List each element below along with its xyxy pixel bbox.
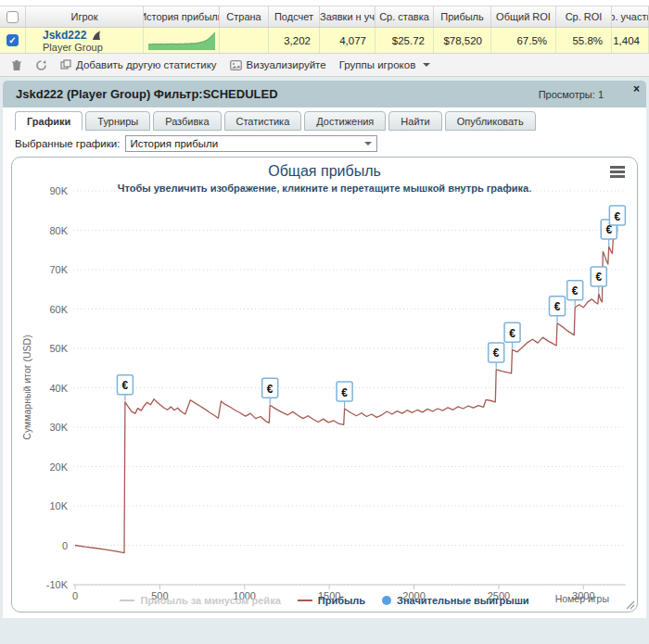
svg-text:80K: 80K (49, 225, 68, 236)
row-checkbox-cell[interactable]: ✓ (0, 28, 26, 53)
svg-text:10K: 10K (49, 500, 68, 511)
col-entries[interactable]: Заявки н уч (320, 6, 375, 27)
table-header-row: Игрок История прибыли Страна Подсчет Зая… (0, 6, 649, 28)
profit-cell: $78,520 (434, 28, 491, 53)
add-stat-button[interactable]: Добавить другую статистику (60, 59, 217, 70)
chevron-down-icon (423, 63, 430, 67)
row-checkbox[interactable]: ✓ (6, 34, 19, 46)
avg-stake-cell: $25.72 (375, 28, 434, 53)
count-cell: 3,202 (269, 28, 320, 53)
stats-table: Игрок История прибыли Страна Подсчет Зая… (0, 6, 649, 54)
chevron-down-icon (364, 142, 372, 145)
svg-text:€: € (572, 284, 579, 297)
player-panel: Jskd222 (Player Group) Фильтр:SCHEDULED … (3, 81, 646, 618)
svg-text:0: 0 (62, 540, 68, 551)
country-cell (220, 28, 269, 53)
svg-text:€: € (122, 379, 129, 392)
graph-selector-row: Выбранные графики: История прибыли (3, 131, 646, 157)
total-roi-cell: 67.5% (491, 28, 556, 53)
svg-text:70K: 70K (49, 264, 68, 275)
legend-profit[interactable]: Прибыль (298, 595, 365, 606)
col-player[interactable]: Игрок (26, 6, 144, 27)
col-total-roi[interactable]: Общий ROI (491, 6, 556, 27)
refresh-icon[interactable] (35, 59, 47, 71)
resize-handle-icon[interactable] (625, 600, 635, 610)
tabbar: Графики Турниры Разбивка Статистика Дост… (3, 107, 646, 131)
visualize-button[interactable]: Визуализируйте (230, 59, 326, 70)
xaxis-title: Номер игры (555, 593, 609, 604)
table-row[interactable]: ✓ Jskd222 Player Group 3,202 4,077 $25.7… (0, 28, 649, 54)
player-name[interactable]: Jskd222 (43, 29, 86, 42)
profit-sparkline (148, 32, 215, 50)
svg-text:€: € (595, 271, 602, 284)
svg-text:Суммарный итог (USD): Суммарный итог (USD) (21, 335, 32, 439)
tab-statistics[interactable]: Статистика (224, 111, 302, 131)
tab-achievements[interactable]: Достижения (304, 111, 386, 131)
tab-publish[interactable]: Опубликовать (445, 111, 536, 131)
image-icon (230, 60, 242, 70)
col-profit[interactable]: Прибыль (434, 6, 491, 27)
profit-history-cell[interactable] (144, 28, 220, 53)
col-avg-stake[interactable]: Ср. ставка (375, 6, 434, 27)
trash-icon[interactable] (11, 59, 22, 71)
graph-select-value: История прибыли (130, 138, 218, 149)
avg-entrants-cell: 1,404 (612, 28, 649, 53)
svg-text:-10K: -10K (46, 579, 69, 590)
select-all-checkbox[interactable] (6, 11, 19, 23)
tab-graphs[interactable]: Графики (15, 111, 83, 131)
svg-text:40K: 40K (49, 383, 68, 394)
svg-text:€: € (341, 386, 348, 399)
entries-cell: 4,077 (320, 28, 375, 53)
shark-icon (91, 30, 102, 41)
close-icon[interactable]: × (633, 82, 640, 95)
toolbar: Добавить другую статистику Визуализируйт… (0, 54, 649, 77)
legend-significant-wins[interactable]: Значительные выигрыши (382, 595, 529, 606)
svg-text:€: € (267, 383, 274, 396)
svg-text:50K: 50K (49, 343, 68, 354)
profit-chart[interactable]: Общая прибыль Чтобы увеличить изображени… (11, 157, 638, 612)
panel-title: Jskd222 (Player Group) Фильтр:SCHEDULED (16, 87, 278, 101)
col-country[interactable]: Страна (220, 6, 269, 27)
graph-select[interactable]: История прибыли (125, 135, 377, 152)
legend-dash-icon (298, 600, 312, 601)
graph-selector-label: Выбранные графики: (15, 138, 120, 149)
chart-plot[interactable]: -10K010K20K30K40K50K60K70K80K90K05001000… (12, 158, 638, 612)
chart-legend: Прибыль за минусом рейка Прибыль Значите… (12, 595, 637, 606)
player-cell[interactable]: Jskd222 Player Group (26, 28, 144, 53)
panel-body: Графики Турниры Разбивка Статистика Дост… (3, 107, 646, 618)
tab-tournaments[interactable]: Турниры (85, 111, 150, 131)
legend-dot-icon (382, 596, 391, 605)
copy-icon (60, 59, 71, 70)
col-avg-roi[interactable]: Ср. ROI (556, 6, 612, 27)
svg-text:€: € (493, 347, 500, 360)
col-avg-entrants[interactable]: Ср. участни (612, 6, 649, 27)
svg-text:60K: 60K (49, 304, 68, 315)
svg-text:€: € (615, 210, 621, 223)
tab-breakdown[interactable]: Разбивка (153, 111, 221, 131)
legend-dash-icon (120, 600, 134, 601)
col-count[interactable]: Подсчет (269, 6, 320, 27)
col-profit-history[interactable]: История прибыли (144, 6, 220, 27)
panel-header: Jskd222 (Player Group) Фильтр:SCHEDULED … (3, 81, 646, 107)
select-all-cell[interactable] (0, 6, 26, 27)
views-counter: Просмотры: 1 (539, 89, 604, 100)
svg-text:90K: 90K (49, 185, 68, 196)
svg-text:20K: 20K (49, 461, 68, 473)
legend-profit-minus-rake[interactable]: Прибыль за минусом рейка (120, 595, 280, 606)
player-groups-dropdown[interactable]: Группы игроков (339, 59, 431, 70)
svg-text:€: € (509, 327, 515, 340)
svg-text:€: € (554, 300, 561, 313)
player-type: Player Group (43, 42, 103, 53)
avg-roi-cell: 55.8% (556, 28, 612, 53)
svg-text:30K: 30K (49, 422, 68, 433)
page-area: Jskd222 (Player Group) Фильтр:SCHEDULED … (0, 77, 649, 644)
tab-find[interactable]: Найти (388, 111, 441, 131)
